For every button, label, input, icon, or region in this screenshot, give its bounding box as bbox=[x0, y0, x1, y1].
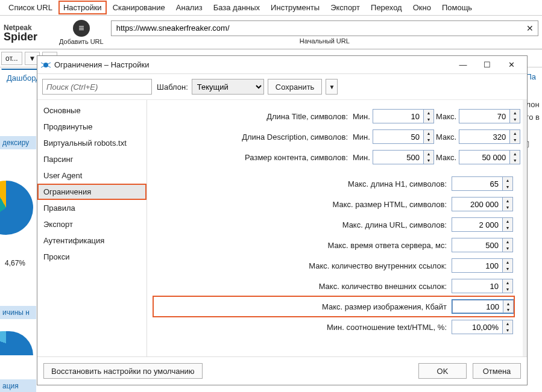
settings-sidebar: Основные Продвинутые Виртуальный robots.… bbox=[37, 100, 147, 356]
add-url-button[interactable]: ≡ Добавить URL bbox=[59, 20, 104, 45]
settings-search-input[interactable]: Поиск (Ctrl+E) bbox=[42, 79, 152, 95]
sidebar-item-rules[interactable]: Правила bbox=[37, 200, 147, 216]
external-links-input[interactable]: ▲▼ bbox=[452, 279, 514, 293]
pct-1: 4,67% bbox=[5, 259, 25, 267]
url-wrapper: ✕ Начальный URL bbox=[111, 20, 538, 45]
modal-titlebar: Ограничения – Настройки — ☐ ✕ bbox=[37, 56, 527, 74]
save-dropdown[interactable]: ▼ bbox=[326, 79, 338, 95]
logo-line2: Spider bbox=[4, 32, 37, 42]
image-size-input[interactable]: ▲▼ bbox=[452, 299, 514, 314]
restore-defaults-button[interactable]: Восстановить настройки по умолчанию bbox=[43, 363, 203, 379]
menu-window[interactable]: Окно bbox=[408, 1, 436, 14]
cancel-button[interactable]: Отмена bbox=[473, 363, 521, 379]
sidebar-item-basic[interactable]: Основные bbox=[37, 102, 147, 119]
menu-goto[interactable]: Переход bbox=[366, 1, 407, 14]
ok-button[interactable]: OK bbox=[418, 363, 467, 379]
template-select[interactable]: Текущий bbox=[192, 79, 264, 95]
window-minimize-button[interactable]: — bbox=[451, 57, 475, 73]
url-len-input[interactable]: ▲▼ bbox=[452, 217, 514, 232]
row-h1: Макс. длина H1, символов:▲▼ bbox=[153, 173, 514, 194]
h1-input[interactable]: ▲▼ bbox=[452, 176, 514, 191]
internal-links-input[interactable]: ▲▼ bbox=[452, 258, 514, 273]
modal-footer: Восстановить настройки по умолчанию OK О… bbox=[37, 356, 527, 385]
content-max-input[interactable]: ▲▼ bbox=[459, 150, 520, 164]
spider-icon bbox=[41, 60, 51, 70]
url-caption: Начальный URL bbox=[111, 37, 538, 45]
sidebar-item-export[interactable]: Экспорт bbox=[37, 216, 147, 232]
menu-tools[interactable]: Инструменты bbox=[266, 1, 324, 14]
row-ratio: Мин. соотношение text/HTML, %:▲▼ bbox=[153, 317, 514, 337]
ratio-input[interactable]: ▲▼ bbox=[452, 320, 514, 334]
row-extl: Макс. количество внешних ссылок:▲▼ bbox=[153, 276, 514, 296]
row-content-length: Размер контента, символов: Мин.▲▼ Макс.▲… bbox=[153, 147, 514, 167]
sidebar-item-parsing[interactable]: Парсинг bbox=[37, 151, 147, 167]
url-clear-button[interactable]: ✕ bbox=[522, 23, 538, 33]
menu-analysis[interactable]: Анализ bbox=[171, 1, 207, 14]
row-url: Макс. длина URL, символов:▲▼ bbox=[153, 214, 514, 235]
sidebar-item-advanced[interactable]: Продвинутые bbox=[37, 119, 147, 135]
menu-scanning[interactable]: Сканирование bbox=[108, 1, 170, 14]
title-min-input[interactable]: ▲▼ bbox=[373, 109, 434, 123]
add-url-icon: ≡ bbox=[73, 20, 90, 37]
save-button[interactable]: Сохранить bbox=[268, 79, 323, 95]
title-max-input[interactable]: ▲▼ bbox=[459, 109, 520, 123]
modal-toprow: Поиск (Ctrl+E) Шаблон: Текущий Сохранить… bbox=[37, 74, 527, 100]
menu-export[interactable]: Экспорт bbox=[326, 1, 365, 14]
sec-btn-1[interactable]: от... bbox=[1, 52, 22, 65]
row-html: Макс. размер HTML, символов:▲▼ bbox=[153, 194, 514, 214]
toolbar: Netpeak Spider ≡ Добавить URL ✕ Начальны… bbox=[0, 16, 542, 49]
settings-modal: Ограничения – Настройки — ☐ ✕ Поиск (Ctr… bbox=[37, 55, 528, 385]
menu-settings[interactable]: Настройки bbox=[58, 1, 107, 14]
row-intl: Макс. количество внутренних ссылок:▲▼ bbox=[153, 255, 514, 276]
main-menu: Список URL Настройки Сканирование Анализ… bbox=[0, 0, 542, 16]
menu-help[interactable]: Помощь bbox=[437, 1, 477, 14]
sidebar-item-limits[interactable]: Ограничения bbox=[37, 184, 147, 200]
content-min-input[interactable]: ▲▼ bbox=[373, 150, 434, 164]
sidebar-item-useragent[interactable]: User Agent bbox=[37, 167, 147, 184]
row-title-length: Длина Title, символов: Мин.▲▼ Макс.▲▼ bbox=[153, 106, 514, 126]
url-input[interactable] bbox=[112, 23, 522, 33]
row-desc-length: Длина Description, символов: Мин.▲▼ Макс… bbox=[153, 126, 514, 147]
url-box: ✕ bbox=[111, 20, 538, 36]
window-maximize-button[interactable]: ☐ bbox=[475, 57, 499, 73]
modal-title: Ограничения – Настройки bbox=[54, 60, 149, 69]
sidebar-item-auth[interactable]: Аутентификация bbox=[37, 232, 147, 249]
window-close-button[interactable]: ✕ bbox=[499, 57, 523, 73]
desc-max-input[interactable]: ▲▼ bbox=[459, 129, 520, 144]
menu-database[interactable]: База данных bbox=[209, 1, 265, 14]
desc-min-input[interactable]: ▲▼ bbox=[373, 129, 434, 144]
template-label: Шаблон: bbox=[157, 82, 188, 92]
sidebar-item-proxy[interactable]: Прокси bbox=[37, 249, 147, 265]
add-url-label: Добавить URL bbox=[59, 38, 104, 45]
html-input[interactable]: ▲▼ bbox=[452, 197, 514, 211]
app-logo: Netpeak Spider bbox=[4, 23, 52, 42]
template-row: Шаблон: Текущий Сохранить ▼ bbox=[157, 79, 338, 95]
label-title-length: Длина Title, символов: bbox=[153, 112, 348, 121]
settings-form: Длина Title, символов: Мин.▲▼ Макс.▲▼ Дл… bbox=[147, 100, 527, 356]
row-resp: Макс. время ответа сервера, мс:▲▼ bbox=[153, 235, 514, 255]
resp-input[interactable]: ▲▼ bbox=[452, 238, 514, 252]
row-image-size: Макс. размер изображения, Кбайт▲▼ bbox=[153, 296, 514, 317]
sidebar-item-robots[interactable]: Виртуальный robots.txt bbox=[37, 135, 147, 151]
menu-url-list[interactable]: Список URL bbox=[4, 1, 57, 14]
